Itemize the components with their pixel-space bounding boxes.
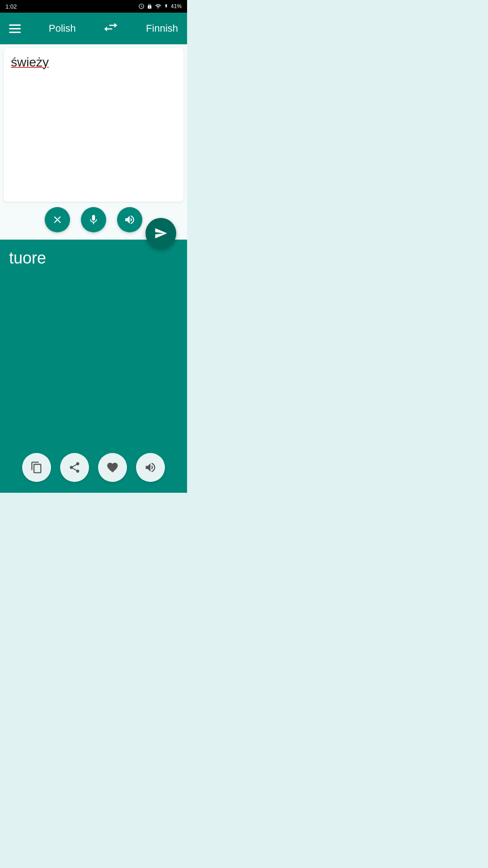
input-card[interactable]: świeży [4,48,183,202]
source-language-label[interactable]: Polish [49,23,76,34]
lock-icon [147,3,152,9]
mic-button[interactable] [81,207,106,232]
status-time: 1:02 [5,3,17,10]
translate-button[interactable] [145,218,176,249]
share-icon [68,461,81,474]
mic-icon [88,214,99,226]
volume-output-icon [144,461,157,474]
translated-text: tuore [9,249,178,268]
source-text[interactable]: świeży [11,55,176,70]
alarm-icon [138,3,145,9]
heart-icon [106,461,119,474]
copy-icon [30,461,43,474]
app-header: Polish Finnish [0,13,187,44]
copy-button[interactable] [22,453,51,482]
output-section: tuore [0,240,187,493]
clear-button[interactable] [45,207,70,232]
speak-input-button[interactable] [117,207,142,232]
status-right-icons: 41% [138,3,182,9]
target-language-label[interactable]: Finnish [146,23,178,34]
input-section: świeży [0,44,187,240]
status-bar: 1:02 41% [0,0,187,13]
send-icon [154,226,168,240]
menu-button[interactable] [9,24,21,33]
signal-icon [155,3,162,9]
charging-icon [164,3,169,9]
battery-text: 41% [171,3,182,9]
share-button[interactable] [60,453,89,482]
clear-icon [52,214,63,226]
output-controls [0,442,187,493]
volume-icon [124,214,136,226]
swap-languages-button[interactable] [102,20,119,38]
input-controls-wrapper [4,202,183,236]
speak-output-button[interactable] [136,453,165,482]
favorite-button[interactable] [98,453,127,482]
